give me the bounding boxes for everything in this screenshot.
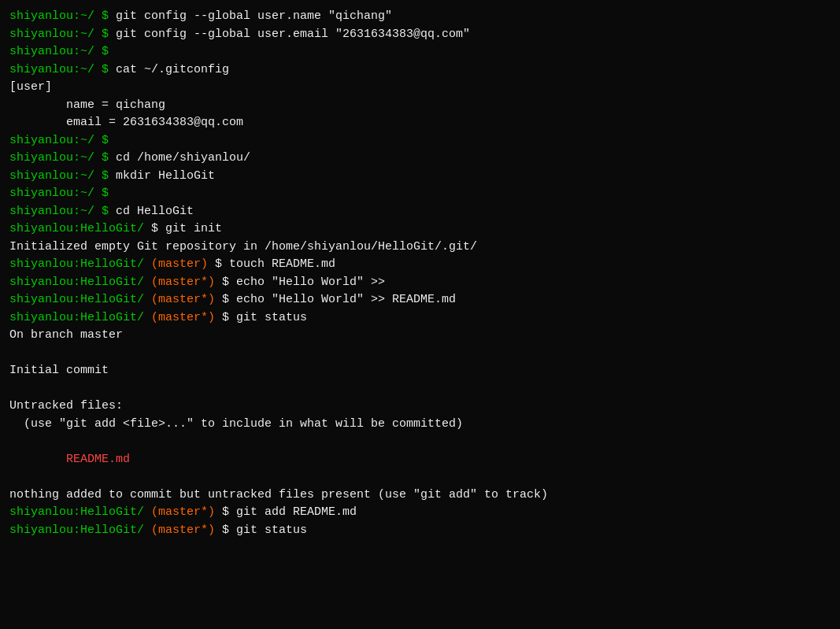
- blank-line: [9, 468, 831, 487]
- terminal-line: shiyanlou:HelloGit/ (master*) $ echo "He…: [9, 291, 831, 309]
- prompt-master: (master*): [151, 274, 222, 292]
- terminal-line: shiyanlou:~/ $ cd HelloGit: [9, 203, 831, 221]
- terminal-line: shiyanlou:~/ $ cd /home/shiyanlou/: [9, 150, 831, 168]
- prompt: shiyanlou:~/ $: [9, 185, 109, 203]
- terminal-line: shiyanlou:~/ $ mkdir HelloGit: [9, 168, 831, 186]
- output-text: (use "git add <file>..." to include in w…: [9, 416, 463, 434]
- output-text: name = qichang: [9, 97, 165, 115]
- prompt-dollar: $: [222, 504, 229, 522]
- prompt-dollar: $: [215, 256, 222, 274]
- command-text: touch README.md: [222, 256, 335, 274]
- prompt: shiyanlou:~/ $: [9, 61, 109, 80]
- terminal-line: shiyanlou:~/ $: [9, 132, 831, 150]
- prompt-user: shiyanlou:HelloGit/: [9, 274, 151, 292]
- terminal-line: shiyanlou:~/ $ cat ~/.gitconfig: [9, 61, 831, 80]
- terminal-line: (use "git add <file>..." to include in w…: [9, 416, 831, 434]
- command-text: git status: [229, 309, 307, 327]
- terminal-line: name = qichang: [9, 97, 831, 115]
- prompt-user: shiyanlou:HelloGit/: [9, 504, 151, 522]
- command-text: cd HelloGit: [109, 203, 194, 221]
- terminal-line: shiyanlou:HelloGit/ (master*) $ git stat…: [9, 522, 831, 540]
- prompt-user: shiyanlou:HelloGit/: [9, 256, 151, 274]
- terminal-line: Initialized empty Git repository in /hom…: [9, 239, 831, 257]
- terminal-line: Untracked files:: [9, 398, 831, 416]
- output-text: Initialized empty Git repository in /hom…: [9, 239, 477, 257]
- prompt: shiyanlou:~/ $: [9, 203, 109, 221]
- blank-line: [9, 345, 831, 363]
- terminal-line: [user]: [9, 79, 831, 97]
- terminal-line: nothing added to commit but untracked fi…: [9, 487, 831, 505]
- output-text: nothing added to commit but untracked fi…: [9, 487, 548, 505]
- output-text-red: README.md: [9, 451, 130, 469]
- command-text: git config --global user.email "26316343…: [109, 26, 470, 44]
- terminal-line: shiyanlou:~/ $ git config --global user.…: [9, 8, 831, 26]
- terminal-line: email = 2631634383@qq.com: [9, 114, 831, 132]
- terminal-line: shiyanlou:~/ $: [9, 43, 831, 61]
- terminal-line: Initial commit: [9, 362, 831, 380]
- terminal: shiyanlou:~/ $ git config --global user.…: [9, 8, 831, 629]
- command-text: echo "Hello World" >> README.md: [229, 291, 456, 309]
- output-text: On branch master: [9, 327, 123, 345]
- prompt-master: (master*): [151, 522, 222, 540]
- output-text: Initial commit: [9, 362, 109, 380]
- terminal-line: README.md: [9, 451, 831, 469]
- terminal-line: shiyanlou:HelloGit/ (master) $ touch REA…: [9, 256, 831, 274]
- terminal-line: shiyanlou:HelloGit/ (master*) $ git stat…: [9, 309, 831, 327]
- prompt-master: (master): [151, 256, 215, 274]
- output-text: Untracked files:: [9, 398, 123, 416]
- prompt: shiyanlou:~/ $: [9, 132, 109, 150]
- prompt-user: shiyanlou:HelloGit/: [9, 309, 151, 327]
- command-text: cd /home/shiyanlou/: [109, 150, 250, 168]
- command-text: echo "Hello World" >>: [229, 274, 385, 292]
- command-text: cat ~/.gitconfig: [109, 61, 229, 80]
- prompt-user: shiyanlou:HelloGit/: [9, 291, 151, 309]
- prompt-user: shiyanlou:HelloGit/: [9, 220, 151, 239]
- terminal-line: shiyanlou:~/ $ git config --global user.…: [9, 26, 831, 44]
- blank-line: [9, 433, 831, 451]
- terminal-line: shiyanlou:HelloGit/ (master*) $ git add …: [9, 504, 831, 522]
- output-text: email = 2631634383@qq.com: [9, 114, 243, 132]
- prompt: shiyanlou:~/ $: [9, 26, 109, 44]
- terminal-line: shiyanlou:HelloGit/ $ git init: [9, 220, 831, 239]
- command-text: git init: [158, 220, 222, 239]
- terminal-line: shiyanlou:~/ $: [9, 185, 831, 203]
- output-text: [user]: [9, 79, 52, 97]
- prompt-dollar: $: [151, 220, 158, 239]
- command-text: mkdir HelloGit: [109, 168, 215, 186]
- prompt: shiyanlou:~/ $: [9, 43, 109, 61]
- prompt-dollar: $: [222, 274, 229, 292]
- blank-line: [9, 380, 831, 398]
- prompt-master: (master*): [151, 504, 222, 522]
- prompt-dollar: $: [222, 522, 229, 540]
- terminal-line: On branch master: [9, 327, 831, 345]
- command-text: git status: [229, 522, 307, 540]
- prompt-dollar: $: [222, 291, 229, 309]
- prompt-user: shiyanlou:HelloGit/: [9, 522, 151, 540]
- terminal-line: shiyanlou:HelloGit/ (master*) $ echo "He…: [9, 274, 831, 292]
- command-text: git add README.md: [229, 504, 357, 522]
- prompt-master: (master*): [151, 309, 222, 327]
- prompt: shiyanlou:~/ $: [9, 168, 109, 186]
- prompt: shiyanlou:~/ $: [9, 8, 109, 26]
- prompt-dollar: $: [222, 309, 229, 327]
- prompt-master: (master*): [151, 291, 222, 309]
- command-text: git config --global user.name "qichang": [109, 8, 392, 26]
- prompt: shiyanlou:~/ $: [9, 150, 109, 168]
